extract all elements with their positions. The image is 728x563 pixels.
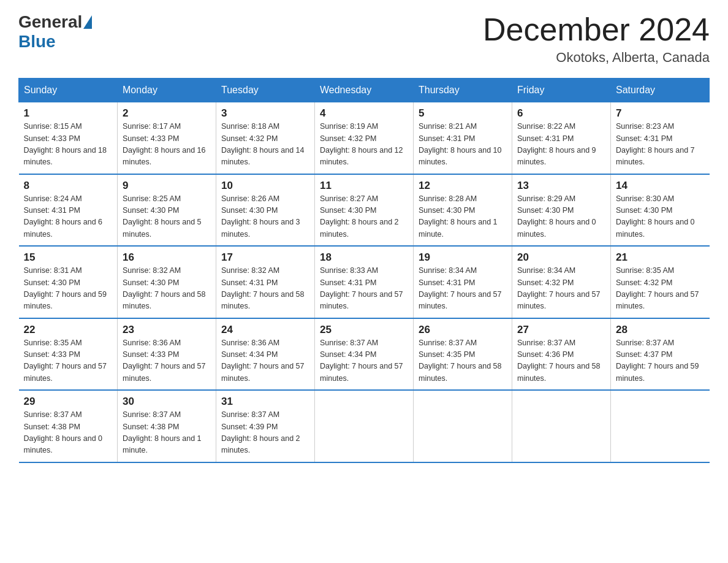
day-info: Sunrise: 8:37 AMSunset: 4:36 PMDaylight:…	[517, 337, 605, 385]
table-row: 25 Sunrise: 8:37 AMSunset: 4:34 PMDaylig…	[315, 318, 414, 391]
day-number: 22	[24, 324, 113, 336]
table-row: 30 Sunrise: 8:37 AMSunset: 4:38 PMDaylig…	[118, 390, 216, 462]
day-number: 7	[616, 107, 705, 120]
location-text: Okotoks, Alberta, Canada	[483, 50, 710, 66]
calendar-week-row: 1 Sunrise: 8:15 AMSunset: 4:33 PMDayligh…	[19, 102, 710, 174]
day-info: Sunrise: 8:33 AMSunset: 4:31 PMDaylight:…	[320, 265, 408, 313]
day-number: 19	[419, 251, 507, 264]
table-row	[414, 390, 512, 462]
table-row: 13 Sunrise: 8:29 AMSunset: 4:30 PMDaylig…	[512, 174, 611, 247]
day-info: Sunrise: 8:31 AMSunset: 4:30 PMDaylight:…	[24, 265, 113, 313]
calendar-table: Sunday Monday Tuesday Wednesday Thursday…	[18, 78, 710, 463]
table-row: 24 Sunrise: 8:36 AMSunset: 4:34 PMDaylig…	[216, 318, 315, 391]
day-number: 20	[517, 251, 605, 264]
day-info: Sunrise: 8:37 AMSunset: 4:39 PMDaylight:…	[221, 409, 309, 457]
day-number: 18	[320, 251, 408, 264]
day-info: Sunrise: 8:17 AMSunset: 4:33 PMDaylight:…	[123, 121, 211, 169]
table-row: 23 Sunrise: 8:36 AMSunset: 4:33 PMDaylig…	[118, 318, 216, 391]
day-number: 25	[320, 324, 408, 336]
table-row: 3 Sunrise: 8:18 AMSunset: 4:32 PMDayligh…	[216, 102, 315, 174]
day-info: Sunrise: 8:36 AMSunset: 4:33 PMDaylight:…	[123, 337, 211, 385]
day-number: 28	[616, 324, 705, 336]
calendar-week-row: 29 Sunrise: 8:37 AMSunset: 4:38 PMDaylig…	[19, 390, 710, 462]
day-number: 14	[616, 180, 705, 192]
col-saturday: Saturday	[611, 79, 710, 102]
col-tuesday: Tuesday	[216, 79, 315, 102]
table-row: 11 Sunrise: 8:27 AMSunset: 4:30 PMDaylig…	[315, 174, 414, 247]
table-row: 19 Sunrise: 8:34 AMSunset: 4:31 PMDaylig…	[414, 246, 512, 318]
logo-blue-text: Blue	[18, 32, 56, 52]
day-number: 9	[123, 180, 211, 192]
table-row: 15 Sunrise: 8:31 AMSunset: 4:30 PMDaylig…	[19, 246, 118, 318]
col-wednesday: Wednesday	[315, 79, 414, 102]
calendar-week-row: 8 Sunrise: 8:24 AMSunset: 4:31 PMDayligh…	[19, 174, 710, 247]
day-info: Sunrise: 8:35 AMSunset: 4:32 PMDaylight:…	[616, 265, 705, 313]
day-number: 3	[221, 107, 309, 120]
table-row: 26 Sunrise: 8:37 AMSunset: 4:35 PMDaylig…	[414, 318, 512, 391]
day-info: Sunrise: 8:37 AMSunset: 4:38 PMDaylight:…	[123, 409, 211, 457]
table-row: 1 Sunrise: 8:15 AMSunset: 4:33 PMDayligh…	[19, 102, 118, 174]
table-row: 16 Sunrise: 8:32 AMSunset: 4:30 PMDaylig…	[118, 246, 216, 318]
table-row	[315, 390, 414, 462]
col-monday: Monday	[118, 79, 216, 102]
day-info: Sunrise: 8:18 AMSunset: 4:32 PMDaylight:…	[221, 121, 309, 169]
day-info: Sunrise: 8:22 AMSunset: 4:31 PMDaylight:…	[517, 121, 605, 169]
month-title: December 2024	[483, 12, 710, 47]
day-info: Sunrise: 8:15 AMSunset: 4:33 PMDaylight:…	[24, 121, 113, 169]
calendar-week-row: 15 Sunrise: 8:31 AMSunset: 4:30 PMDaylig…	[19, 246, 710, 318]
day-number: 29	[24, 396, 113, 408]
day-info: Sunrise: 8:34 AMSunset: 4:32 PMDaylight:…	[517, 265, 605, 313]
day-number: 12	[419, 180, 507, 192]
day-info: Sunrise: 8:37 AMSunset: 4:37 PMDaylight:…	[616, 337, 705, 385]
day-info: Sunrise: 8:37 AMSunset: 4:38 PMDaylight:…	[24, 409, 113, 457]
day-number: 21	[616, 251, 705, 264]
table-row: 14 Sunrise: 8:30 AMSunset: 4:30 PMDaylig…	[611, 174, 710, 247]
table-row: 5 Sunrise: 8:21 AMSunset: 4:31 PMDayligh…	[414, 102, 512, 174]
day-info: Sunrise: 8:37 AMSunset: 4:35 PMDaylight:…	[419, 337, 507, 385]
table-row: 10 Sunrise: 8:26 AMSunset: 4:30 PMDaylig…	[216, 174, 315, 247]
day-number: 15	[24, 251, 113, 264]
calendar-week-row: 22 Sunrise: 8:35 AMSunset: 4:33 PMDaylig…	[19, 318, 710, 391]
table-row	[611, 390, 710, 462]
day-info: Sunrise: 8:30 AMSunset: 4:30 PMDaylight:…	[616, 193, 705, 241]
col-friday: Friday	[512, 79, 611, 102]
day-number: 13	[517, 180, 605, 192]
table-row: 27 Sunrise: 8:37 AMSunset: 4:36 PMDaylig…	[512, 318, 611, 391]
day-info: Sunrise: 8:21 AMSunset: 4:31 PMDaylight:…	[419, 121, 507, 169]
table-row: 20 Sunrise: 8:34 AMSunset: 4:32 PMDaylig…	[512, 246, 611, 318]
day-number: 23	[123, 324, 211, 336]
day-info: Sunrise: 8:36 AMSunset: 4:34 PMDaylight:…	[221, 337, 309, 385]
day-number: 27	[517, 324, 605, 336]
day-number: 16	[123, 251, 211, 264]
table-row: 9 Sunrise: 8:25 AMSunset: 4:30 PMDayligh…	[118, 174, 216, 247]
table-row: 4 Sunrise: 8:19 AMSunset: 4:32 PMDayligh…	[315, 102, 414, 174]
table-row: 31 Sunrise: 8:37 AMSunset: 4:39 PMDaylig…	[216, 390, 315, 462]
table-row: 21 Sunrise: 8:35 AMSunset: 4:32 PMDaylig…	[611, 246, 710, 318]
day-number: 5	[419, 107, 507, 120]
col-sunday: Sunday	[19, 79, 118, 102]
table-row: 17 Sunrise: 8:32 AMSunset: 4:31 PMDaylig…	[216, 246, 315, 318]
day-number: 4	[320, 107, 408, 120]
table-row	[512, 390, 611, 462]
day-info: Sunrise: 8:24 AMSunset: 4:31 PMDaylight:…	[24, 193, 113, 241]
table-row: 18 Sunrise: 8:33 AMSunset: 4:31 PMDaylig…	[315, 246, 414, 318]
day-number: 8	[24, 180, 113, 192]
day-info: Sunrise: 8:26 AMSunset: 4:30 PMDaylight:…	[221, 193, 309, 241]
day-info: Sunrise: 8:23 AMSunset: 4:31 PMDaylight:…	[616, 121, 705, 169]
day-info: Sunrise: 8:34 AMSunset: 4:31 PMDaylight:…	[419, 265, 507, 313]
table-row: 28 Sunrise: 8:37 AMSunset: 4:37 PMDaylig…	[611, 318, 710, 391]
day-number: 31	[221, 396, 309, 408]
day-number: 26	[419, 324, 507, 336]
day-info: Sunrise: 8:19 AMSunset: 4:32 PMDaylight:…	[320, 121, 408, 169]
page-header: General Blue December 2024 Okotoks, Albe…	[18, 12, 710, 66]
table-row: 22 Sunrise: 8:35 AMSunset: 4:33 PMDaylig…	[19, 318, 118, 391]
day-info: Sunrise: 8:35 AMSunset: 4:33 PMDaylight:…	[24, 337, 113, 385]
day-info: Sunrise: 8:37 AMSunset: 4:34 PMDaylight:…	[320, 337, 408, 385]
table-row: 2 Sunrise: 8:17 AMSunset: 4:33 PMDayligh…	[118, 102, 216, 174]
day-info: Sunrise: 8:25 AMSunset: 4:30 PMDaylight:…	[123, 193, 211, 241]
calendar-header-row: Sunday Monday Tuesday Wednesday Thursday…	[19, 79, 710, 102]
col-thursday: Thursday	[414, 79, 512, 102]
logo-general-text: General	[18, 12, 82, 32]
day-number: 11	[320, 180, 408, 192]
day-info: Sunrise: 8:32 AMSunset: 4:30 PMDaylight:…	[123, 265, 211, 313]
